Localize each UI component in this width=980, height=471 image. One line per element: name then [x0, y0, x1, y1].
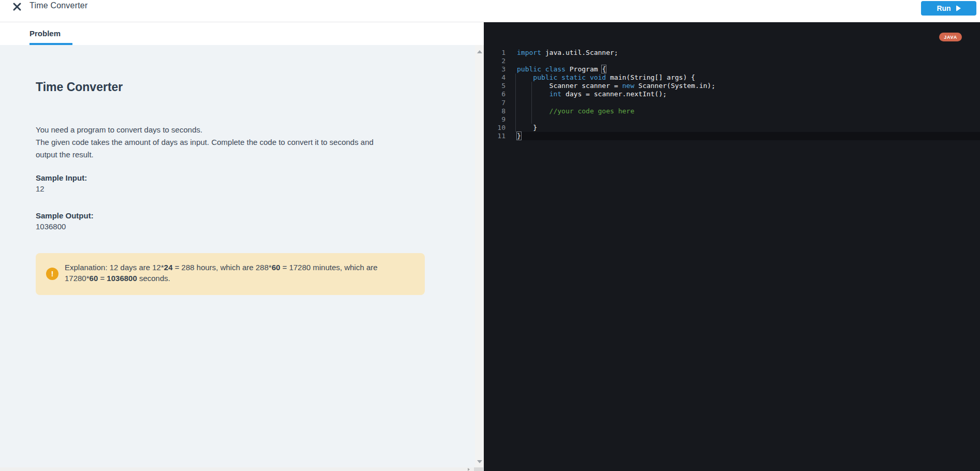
code-line: 7 [484, 99, 980, 107]
explanation-callout: ! Explanation: 12 days are 12*24 = 288 h… [36, 253, 425, 295]
code-text: } [517, 132, 980, 140]
close-button[interactable] [12, 2, 22, 11]
explanation-text: Explanation: 12 days are 12*24 = 288 hou… [65, 262, 412, 284]
top-header: Time Converter Run [0, 0, 980, 22]
vertical-scrollbar[interactable] [475, 45, 484, 467]
code-line: 2 [484, 57, 980, 65]
run-button-label: Run [937, 4, 951, 12]
sample-output-value: 1036800 [36, 222, 66, 231]
code-text [517, 115, 980, 124]
code-line: 1import java.util.Scanner; [484, 49, 980, 57]
play-icon [956, 5, 961, 11]
code-text: import java.util.Scanner; [517, 49, 980, 57]
code-line: 3public class Program { [484, 65, 980, 73]
tab-problem[interactable]: Problem [29, 22, 72, 45]
code-line: 8 //your code goes here [484, 107, 980, 115]
code-text [517, 57, 980, 65]
text-line: output the result. [36, 149, 429, 161]
scrollbar-corner [474, 467, 483, 471]
sample-input-value: 12 [36, 184, 44, 193]
line-number: 7 [484, 99, 506, 107]
code-text: public class Program { [517, 65, 980, 73]
line-number: 6 [484, 90, 506, 98]
exclamation-icon: ! [46, 268, 58, 280]
scroll-right-icon[interactable] [468, 468, 470, 471]
line-number: 10 [484, 124, 506, 132]
code-editor-panel: JAVA 1import java.util.Scanner;23public … [484, 22, 980, 471]
code-text [517, 99, 980, 107]
line-number: 8 [484, 107, 506, 115]
code-editor[interactable]: 1import java.util.Scanner;23public class… [484, 49, 980, 140]
problem-title: Time Converter [36, 80, 123, 94]
text-line: You need a program to convert days to se… [36, 124, 429, 136]
text-line: The given code takes the amount of days … [36, 136, 429, 149]
scroll-down-icon[interactable] [477, 460, 482, 463]
scroll-up-icon[interactable] [477, 50, 482, 53]
code-text: Scanner scanner = new Scanner(System.in)… [517, 82, 980, 90]
problem-panel: Problem Time Converter You need a progra… [0, 22, 484, 471]
run-button[interactable]: Run [921, 1, 976, 16]
code-line: 9 [484, 115, 980, 124]
line-number: 4 [484, 73, 506, 82]
line-number: 5 [484, 82, 506, 90]
line-number: 2 [484, 57, 506, 65]
code-line: 11} [484, 132, 980, 140]
code-text: int days = scanner.nextInt(); [517, 90, 980, 98]
code-line: 4 public static void main(String[] args)… [484, 73, 980, 82]
line-number: 3 [484, 65, 506, 73]
sample-input-label: Sample Input: [36, 173, 87, 182]
code-line: 10 } [484, 124, 980, 132]
tab-bar: Problem [0, 22, 484, 45]
line-number: 11 [484, 132, 506, 140]
code-text: public static void main(String[] args) { [517, 73, 980, 82]
code-text: //your code goes here [517, 107, 980, 115]
line-number: 1 [484, 49, 506, 57]
code-line: 5 Scanner scanner = new Scanner(System.i… [484, 82, 980, 90]
problem-description: You need a program to convert days to se… [36, 124, 429, 161]
horizontal-scrollbar[interactable] [0, 467, 475, 471]
close-icon [12, 2, 22, 11]
page-title: Time Converter [29, 1, 87, 10]
code-text: } [517, 124, 980, 132]
code-line: 6 int days = scanner.nextInt(); [484, 90, 980, 98]
line-number: 9 [484, 115, 506, 124]
language-badge: JAVA [939, 33, 962, 41]
sample-output-label: Sample Output: [36, 211, 94, 220]
